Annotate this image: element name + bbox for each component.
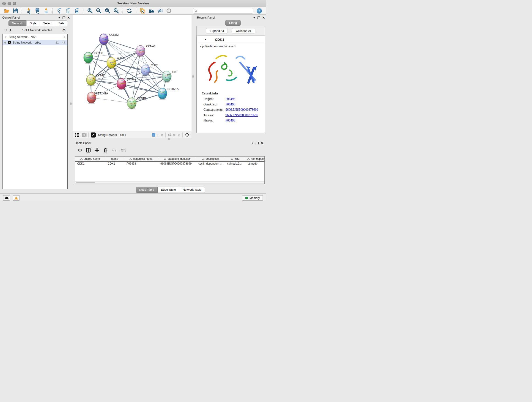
gene-name: CDK1 [215,38,224,41]
crosslink-row: Tissues:9606.ENSP00000378699 [203,113,265,118]
column-header-name[interactable]: name [105,157,124,161]
panel-close-icon[interactable]: ✕ [261,141,264,145]
network-row[interactable]: String Network – cdk1 11 48 [2,40,67,45]
view-network-name: String Network – cdk1 [98,133,126,137]
collection-collapse-icon[interactable]: ▼ [5,36,7,38]
panel-float-icon[interactable] [63,17,65,19]
import-table-icon[interactable] [43,8,49,14]
cell-description[interactable]: cyclin-dependent ... [196,162,225,165]
node-label-ccne1: CCNE1 [137,97,146,100]
crosslinks-list: Uniprot:P06493GeneCard:P06493Compartment… [196,96,265,123]
cell-database-identifier[interactable]: 9606.ENSP00000378699 [158,162,196,165]
left-splitter-handle[interactable] [70,102,72,105]
column-header-shared-name[interactable]: shared name [75,157,105,161]
cell-canonical-name[interactable]: P06493 [124,162,158,165]
export-table-icon[interactable] [65,8,71,14]
bottom-splitter-handle[interactable] [167,138,171,140]
warnings-button[interactable] [13,195,19,201]
tab-network[interactable]: Network [8,20,26,26]
network-options-gear-icon[interactable]: ⚙ [62,28,66,32]
table-options-gear-icon[interactable]: ⚙ [78,148,82,153]
help-icon[interactable]: ? [257,8,262,13]
panel-float-icon[interactable] [256,142,259,144]
column-header--id[interactable]: @id [225,157,245,161]
string-document-icon[interactable] [140,8,146,14]
show-columns-icon[interactable] [86,148,91,153]
expand-all-icon[interactable] [9,29,12,32]
center-view-crosshair-icon[interactable] [185,133,190,137]
zoom-fit-icon[interactable] [104,8,110,14]
toolbar-separator [136,8,136,13]
tab-select[interactable]: Select [40,20,55,26]
memory-button[interactable]: Memory [242,195,263,201]
table-row[interactable]: CDK1CDK1P064939606.ENSP00000378699cyclin… [75,162,264,166]
string-home-icon[interactable] [148,8,154,14]
gene-description: cyclin-dependent kinase 1 [196,43,265,48]
column-header-canonical-name[interactable]: canonical name [124,157,158,161]
tab-sets[interactable]: Sets [55,20,68,26]
refresh-icon[interactable] [127,8,133,14]
gene-header-row[interactable]: ▼ CDK1 [196,36,265,43]
network-collection-row[interactable]: ▼ String Network – cdk1 1 [2,34,67,40]
crosslink-value-link[interactable]: 9606.ENSP00000378699 [225,107,258,113]
string-hide-glass-icon[interactable] [157,8,163,14]
search-box [193,8,253,13]
crosslink-value-link[interactable]: P06493 [225,102,235,107]
results-entry: ▼ CDK1 cyclin-dependent kinase 1 CrossLi… [196,36,265,133]
panel-menu-icon[interactable]: ▼ [252,142,254,144]
open-session-icon[interactable] [4,8,10,14]
node-label-cdk1: CDK1 [117,56,124,60]
create-column-icon[interactable] [95,148,99,153]
zoom-out-icon[interactable] [96,8,102,14]
search-input[interactable] [197,9,252,13]
crosslink-value-link[interactable]: 9606.ENSP00000378699 [225,113,258,118]
cell-namespace[interactable]: stringdb [245,162,265,165]
right-splitter-handle[interactable] [192,75,194,78]
column-header-database-identifier[interactable]: database identifier [158,157,196,161]
table-panel-tabs: Node TableEdge TableNetwork Table [136,187,205,193]
tab-node-table[interactable]: Node Table [136,187,158,193]
export-image-icon[interactable] [74,8,80,14]
tab-edge-table[interactable]: Edge Table [158,187,179,193]
import-network-icon[interactable] [26,8,32,14]
zoom-in-icon[interactable] [87,8,93,14]
node-table: shared namenamecanonical namedatabase id… [75,156,265,184]
cloud-tasks-button[interactable] [3,195,10,201]
node-label-cdkn1a: CDKN1A [167,88,179,91]
save-session-icon[interactable] [12,8,18,14]
control-panel-title: Control Panel [2,16,20,19]
delete-column-icon[interactable] [103,148,108,153]
tab-string[interactable]: String [225,20,241,26]
gene-collapse-icon[interactable]: ▼ [204,38,207,41]
panel-menu-icon[interactable]: ▼ [58,17,60,19]
zoom-selected-icon[interactable] [113,8,119,14]
cell-name[interactable]: CDK1 [105,162,124,165]
panel-float-icon[interactable] [258,17,260,19]
table-horizontal-scrollbar[interactable] [75,181,264,184]
tab-network-table[interactable]: Network Table [179,187,205,193]
panel-close-icon[interactable]: ✕ [262,16,265,19]
panel-close-icon[interactable]: ✕ [67,16,70,19]
share-view-icon[interactable] [82,133,87,137]
string-eye-icon[interactable] [166,8,172,14]
collapse-all-button[interactable]: Collapse All [232,28,255,33]
panel-menu-icon[interactable]: ▼ [253,17,255,19]
toolbar-separator [83,8,84,13]
column-header-namespace[interactable]: namespace [245,157,265,161]
grid-view-icon[interactable] [75,133,79,137]
column-header-description[interactable]: description [196,157,225,161]
cell--id[interactable]: stringdb:9... [225,162,245,165]
birdseye-view-icon[interactable] [91,133,96,138]
crosslink-value-link[interactable]: P06493 [225,96,235,102]
selected-nodes-checkbox[interactable]: ✓ [152,133,155,137]
collapse-all-icon[interactable] [4,29,7,32]
column-type-icon [231,158,233,160]
crosslink-value-link[interactable]: P06493 [225,118,235,123]
export-network-icon[interactable] [56,8,62,14]
network-view-canvas[interactable]: CCNB2CCNA1CDC25BCDK1CDC6RB1CCNB1CCNA2CDK… [73,15,191,132]
import-network-from-database-icon[interactable] [34,8,40,14]
tab-style[interactable]: Style [26,20,40,26]
crosslink-label: Tissues: [203,113,225,118]
expand-all-button[interactable]: Expand All [206,28,228,33]
cell-shared-name[interactable]: CDK1 [75,162,105,165]
